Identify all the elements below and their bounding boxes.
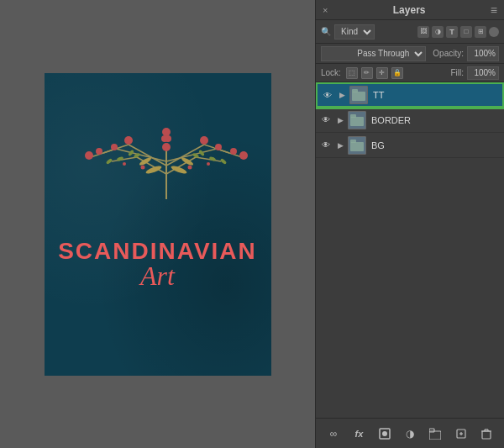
image-filter-icon[interactable]: 🖼: [417, 26, 429, 38]
panel-bottom-toolbar: ∞ fx ◑: [316, 418, 504, 448]
panel-menu-icon[interactable]: ≡: [491, 3, 497, 17]
delete-layer-icon[interactable]: [478, 425, 495, 442]
layer-bg[interactable]: 👁 ▶ BG: [316, 133, 504, 158]
svg-line-9: [91, 149, 116, 157]
artwork: SCANDINAVIAN Art: [45, 73, 271, 376]
svg-line-12: [217, 149, 242, 157]
lock-all-btn[interactable]: 🔒: [391, 67, 403, 79]
canvas-area: SCANDINAVIAN Art: [0, 0, 315, 448]
svg-point-21: [200, 136, 208, 145]
svg-point-13: [162, 143, 171, 151]
blend-mode-row: Pass Through Normal Multiply Screen Over…: [316, 44, 504, 64]
fill-input[interactable]: [467, 66, 499, 80]
layer-thumb-tt: [349, 86, 368, 104]
panel-close-icon[interactable]: ×: [323, 5, 328, 15]
svg-point-24: [239, 151, 248, 160]
svg-rect-41: [352, 92, 365, 101]
smartobj-filter-icon[interactable]: ⊞: [475, 26, 486, 38]
svg-point-40: [207, 162, 210, 166]
add-mask-icon[interactable]: [376, 425, 393, 442]
fill-label: Fill:: [450, 68, 464, 77]
shape-filter-icon[interactable]: □: [460, 26, 472, 38]
lock-image-btn[interactable]: ✏: [361, 67, 373, 79]
expand-arrow-tt[interactable]: ▶: [337, 90, 347, 100]
layer-name-tt: TT: [373, 90, 384, 100]
svg-rect-45: [350, 142, 364, 151]
filter-toggle[interactable]: [489, 27, 499, 37]
add-style-icon[interactable]: fx: [350, 425, 367, 442]
opacity-label: Opacity:: [433, 49, 464, 58]
svg-point-22: [215, 144, 222, 150]
new-fill-adjustment-icon[interactable]: ◑: [402, 425, 418, 442]
svg-rect-42: [352, 89, 358, 92]
expand-arrow-bg[interactable]: ▶: [335, 140, 345, 150]
svg-rect-54: [482, 431, 491, 439]
opacity-input[interactable]: [467, 46, 499, 61]
search-row: 🔍 Kind Name Effect 🖼 ◑ T □ ⊞: [316, 20, 504, 44]
type-filter-icon[interactable]: T: [446, 26, 458, 38]
layer-border[interactable]: 👁 ▶ BORDER: [316, 108, 504, 133]
layer-name-bg: BG: [371, 140, 385, 150]
svg-line-10: [196, 157, 221, 161]
svg-point-48: [382, 431, 387, 436]
layer-thumb-border: [348, 111, 366, 129]
panel-title: Layers: [393, 4, 426, 16]
svg-rect-44: [350, 114, 356, 118]
link-layers-icon[interactable]: ∞: [325, 425, 342, 442]
adjustment-filter-icon[interactable]: ◑: [432, 26, 444, 38]
svg-line-7: [112, 157, 137, 161]
lock-label: Lock:: [321, 68, 341, 77]
svg-point-18: [111, 144, 118, 150]
svg-rect-43: [350, 117, 364, 126]
svg-point-23: [230, 148, 237, 155]
svg-point-15: [165, 135, 171, 142]
svg-point-20: [85, 151, 93, 160]
lock-transparent-btn[interactable]: ⬚: [346, 67, 358, 79]
filter-icons: 🖼 ◑ T □ ⊞: [378, 26, 499, 38]
visibility-icon-tt[interactable]: 👁: [321, 88, 334, 102]
kind-select[interactable]: Kind Name Effect: [334, 24, 375, 40]
visibility-icon-bg[interactable]: 👁: [319, 139, 333, 152]
layer-thumb-bg: [348, 136, 366, 155]
lock-position-btn[interactable]: ✛: [376, 67, 388, 79]
artwork-main-text: SCANDINAVIAN Art: [58, 238, 257, 292]
layers-list: 👁 ▶ TT 👁 ▶ BORDER 👁: [316, 82, 504, 418]
visibility-icon-border[interactable]: 👁: [319, 113, 333, 127]
svg-point-37: [140, 165, 144, 169]
blend-mode-select[interactable]: Pass Through Normal Multiply Screen Over…: [321, 46, 426, 61]
search-icon: 🔍: [321, 27, 331, 36]
layer-name-border: BORDER: [371, 115, 411, 125]
new-group-icon[interactable]: [427, 425, 444, 442]
lock-row: Lock: ⬚ ✏ ✛ 🔒 Fill:: [316, 64, 504, 82]
artwork-flowers: [74, 115, 242, 199]
svg-rect-46: [350, 140, 356, 143]
svg-point-17: [124, 136, 133, 145]
layer-tt[interactable]: 👁 ▶ TT: [316, 82, 504, 108]
art-label: Art: [58, 261, 257, 292]
expand-arrow-border[interactable]: ▶: [335, 115, 345, 125]
svg-point-19: [96, 148, 102, 155]
layers-panel: × Layers ≡ 🔍 Kind Name Effect 🖼 ◑ T □ ⊞ …: [315, 0, 504, 448]
new-layer-icon[interactable]: [453, 425, 470, 442]
svg-rect-50: [429, 429, 434, 432]
panel-header: × Layers ≡: [316, 0, 504, 20]
svg-point-16: [162, 128, 171, 136]
svg-point-38: [187, 165, 192, 169]
svg-point-39: [123, 162, 126, 166]
